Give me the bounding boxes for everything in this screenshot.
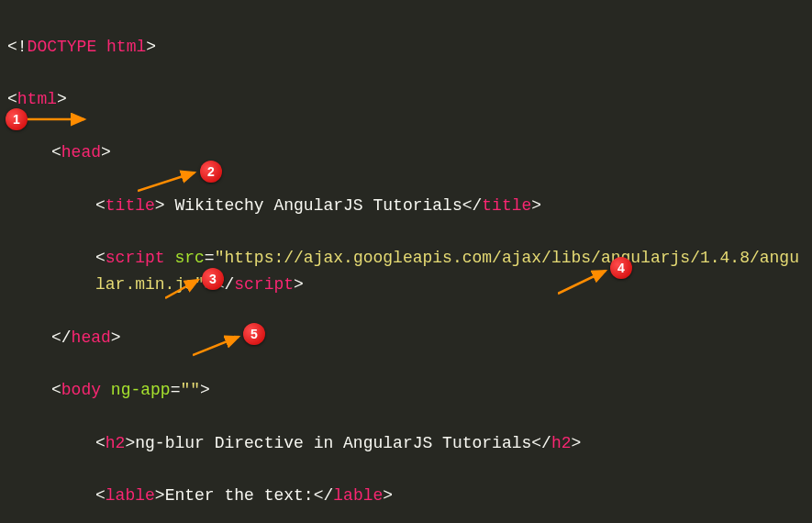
tag: h2 [551, 434, 572, 452]
punct: > [155, 196, 165, 215]
punct: <! [7, 38, 28, 56]
tag: script [234, 275, 294, 294]
attr: src [165, 249, 205, 267]
code-line: <script src="https://ajax.googleapis.com… [7, 245, 805, 298]
tag: body [61, 381, 101, 399]
punct: > [57, 90, 67, 108]
punct: = [205, 249, 215, 267]
punct: < [95, 196, 106, 215]
text: Enter the text: [165, 486, 314, 505]
code-line: </head> [7, 325, 805, 351]
text: Wikitechy AngularJS Tutorials [165, 196, 462, 215]
punct: </ [531, 434, 551, 452]
code-line: <body ng-app=""> [7, 377, 805, 404]
tag: html [17, 90, 57, 108]
tag: script [106, 249, 165, 267]
punct: > [111, 328, 121, 347]
text: ng-blur Directive in AngularJS Tutorials [135, 434, 531, 452]
tag: lable [333, 486, 383, 505]
code-block: <!DOCTYPE html> <html> <head> <title> Wi… [7, 7, 805, 523]
punct: > [125, 434, 135, 452]
code-line: <h2>ng-blur Directive in AngularJS Tutor… [7, 430, 805, 457]
punct: > [531, 196, 541, 215]
punct: > [572, 434, 582, 452]
punct: > [155, 486, 165, 505]
tag: lable [106, 486, 155, 505]
code-line: <!DOCTYPE html> [7, 34, 805, 61]
code-line: <html> [7, 86, 805, 113]
punct: </ [51, 328, 72, 347]
punct: = [171, 381, 181, 399]
punct: < [95, 249, 106, 267]
punct: < [51, 143, 61, 161]
punct: > [146, 38, 156, 56]
callout-badge-4: 4 [610, 257, 632, 279]
callout-badge-1: 1 [6, 108, 28, 130]
punct: < [7, 90, 17, 108]
callout-badge-3: 3 [202, 268, 224, 290]
code-line: <title> Wikitechy AngularJS Tutorials</t… [7, 193, 805, 219]
tag: title [106, 196, 155, 215]
tag: head [72, 328, 111, 347]
code-line: <head> [7, 139, 805, 166]
string: "" [180, 381, 200, 399]
tag: title [482, 196, 531, 215]
code-line: <lable>Enter the text:</lable> [7, 483, 805, 509]
punct: < [95, 434, 106, 452]
punct: > [383, 486, 393, 505]
tag: head [61, 143, 101, 161]
callout-badge-5: 5 [243, 323, 265, 345]
callout-badge-2: 2 [200, 161, 222, 183]
punct: < [51, 381, 61, 399]
punct: < [95, 486, 106, 505]
punct: </ [462, 196, 483, 215]
attr: ng-app [101, 381, 171, 399]
punct: </ [314, 486, 334, 505]
tag: h2 [106, 434, 126, 452]
punct: > [101, 143, 111, 161]
tag: DOCTYPE html [28, 38, 147, 56]
punct: > [200, 381, 210, 399]
punct: > [294, 275, 304, 294]
